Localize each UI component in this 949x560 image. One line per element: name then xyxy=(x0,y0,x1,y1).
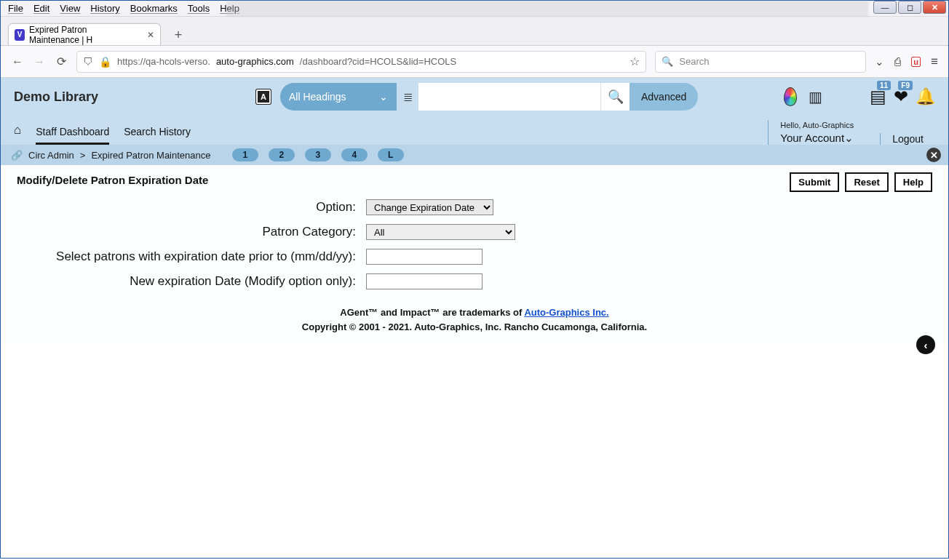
menu-tools[interactable]: Tools xyxy=(188,3,210,14)
app-menu-icon[interactable]: ≡ xyxy=(931,55,938,69)
link-icon: 🔗 xyxy=(11,150,23,161)
reset-button[interactable]: Reset xyxy=(845,172,888,192)
menu-view[interactable]: View xyxy=(60,3,80,14)
chevron-down-icon: ⌄ xyxy=(379,91,388,103)
url-host: auto-graphics.com xyxy=(216,56,294,67)
nav-forward-icon[interactable]: → xyxy=(33,55,46,68)
bookmark-star-icon[interactable]: ☆ xyxy=(630,55,640,68)
balloon-icon[interactable] xyxy=(784,87,797,106)
label-option: Option: xyxy=(17,200,366,215)
new-tab-button[interactable]: + xyxy=(168,25,188,45)
account-block[interactable]: Hello, Auto-Graphics Your Account⌄ xyxy=(768,120,865,145)
favorites-badge: F9 xyxy=(898,81,913,90)
footer-copyright: Copyright © 2001 - 2021. Auto-Graphics, … xyxy=(17,320,932,335)
collapse-panel-icon[interactable]: ‹ xyxy=(916,335,935,354)
home-icon[interactable]: ⌂ xyxy=(14,123,21,145)
advanced-search-button[interactable]: Advanced xyxy=(630,83,698,111)
tab-favicon-icon: V xyxy=(15,29,25,41)
catalog-search-group: All Headings ⌄ ≣ 🔍 Advanced xyxy=(280,83,698,111)
breadcrumb-row: 🔗 Circ Admin > Expired Patron Maintenanc… xyxy=(1,145,948,165)
footer-trademark-text: AGent™ and Impact™ are trademarks of xyxy=(340,307,524,318)
menu-bookmarks[interactable]: Bookmarks xyxy=(130,3,178,14)
search-scope-label: All Headings xyxy=(289,91,346,103)
nav-reload-icon[interactable]: ⟳ xyxy=(55,55,68,68)
notifications-bell-icon[interactable]: 🔔 xyxy=(916,87,935,106)
window-minimize-button[interactable]: — xyxy=(873,1,897,14)
submit-button[interactable]: Submit xyxy=(790,172,839,192)
logout-link[interactable]: Logout xyxy=(880,133,935,145)
help-button[interactable]: Help xyxy=(894,172,932,192)
session-pill-2[interactable]: 2 xyxy=(269,148,295,161)
tab-staff-dashboard[interactable]: Staff Dashboard xyxy=(36,126,109,145)
label-new-expiration: New expiration Date (Modify option only)… xyxy=(17,274,366,289)
close-panel-icon[interactable]: ✕ xyxy=(926,148,941,162)
option-select[interactable]: Change Expiration Date xyxy=(366,199,493,215)
content-area: Modify/Delete Patron Expiration Date Sub… xyxy=(1,165,948,343)
footer: AGent™ and Impact™ are trademarks of Aut… xyxy=(17,305,932,334)
browser-search-field[interactable]: 🔍 Search xyxy=(655,51,866,73)
browse-icon[interactable]: ▥ xyxy=(804,87,826,106)
window-close-button[interactable]: ✕ xyxy=(923,1,946,14)
session-pill-1[interactable]: 1 xyxy=(232,148,258,161)
label-patron-category: Patron Category: xyxy=(17,225,366,239)
magnifier-icon: 🔍 xyxy=(608,89,624,105)
url-field[interactable]: ⛉ 🔒 https://qa-hcols-verso.auto-graphics… xyxy=(76,51,646,73)
print-icon[interactable]: ⎙ xyxy=(894,55,901,68)
window-maximize-button[interactable]: ◻ xyxy=(898,1,921,14)
account-link: Your Account xyxy=(780,132,844,144)
expiration-prior-input[interactable] xyxy=(366,249,483,265)
label-expiration-prior: Select patrons with expiration date prio… xyxy=(17,249,366,264)
browser-search-placeholder: Search xyxy=(679,56,709,67)
breadcrumb-sep: > xyxy=(80,150,86,161)
ublock-icon[interactable]: u xyxy=(911,57,921,67)
session-pill-3[interactable]: 3 xyxy=(305,148,331,161)
nav-back-icon[interactable]: ← xyxy=(11,55,24,68)
browser-tab-active[interactable]: V Expired Patron Maintenance | H ✕ xyxy=(8,23,161,45)
tab-close-icon[interactable]: ✕ xyxy=(147,30,154,40)
lock-icon[interactable]: 🔒 xyxy=(99,56,111,68)
breadcrumb-b[interactable]: Expired Patron Maintenance xyxy=(91,150,210,161)
favorites-heart-icon[interactable]: ❤ F9 xyxy=(894,87,908,107)
menubar-ghost xyxy=(226,1,868,17)
footer-company-link[interactable]: Auto-Graphics Inc. xyxy=(524,307,608,318)
tracking-shield-icon[interactable]: ⛉ xyxy=(83,56,93,68)
catalog-search-button[interactable]: 🔍 xyxy=(600,83,630,111)
database-icon[interactable]: ≣ xyxy=(397,83,418,111)
browser-tabstrip: V Expired Patron Maintenance | H ✕ + xyxy=(1,17,948,46)
language-flag-icon[interactable]: A xyxy=(255,89,271,105)
chevron-down-icon: ⌄ xyxy=(844,132,854,144)
tab-search-history[interactable]: Search History xyxy=(124,126,191,145)
account-hello: Hello, Auto-Graphics xyxy=(780,120,854,130)
browser-toolbar: ← → ⟳ ⛉ 🔒 https://qa-hcols-verso.auto-gr… xyxy=(1,46,948,78)
menu-file[interactable]: File xyxy=(8,3,23,14)
app-header: Demo Library A All Headings ⌄ ≣ 🔍 Advanc… xyxy=(1,78,948,116)
url-path: /dashboard?cid=HCOLS&lid=HCOLS xyxy=(300,56,456,67)
menu-edit[interactable]: Edit xyxy=(33,3,49,14)
checkouts-icon[interactable]: ▤ 11 xyxy=(870,87,886,107)
menu-history[interactable]: History xyxy=(90,3,119,14)
library-title: Demo Library xyxy=(14,89,232,105)
breadcrumb-a[interactable]: Circ Admin xyxy=(28,150,74,161)
catalog-search-input[interactable] xyxy=(418,83,600,111)
pocket-icon[interactable]: ⌄ xyxy=(875,55,884,68)
checkouts-badge: 11 xyxy=(877,81,891,90)
search-scope-dropdown[interactable]: All Headings ⌄ xyxy=(280,83,397,111)
browser-menu-bar: File Edit View History Bookmarks Tools H… xyxy=(1,1,948,17)
tab-title: Expired Patron Maintenance | H xyxy=(29,25,138,45)
patron-category-select[interactable]: All xyxy=(366,224,515,240)
new-expiration-input[interactable] xyxy=(366,273,483,289)
search-icon: 🔍 xyxy=(662,56,673,67)
url-prefix: https://qa-hcols-verso. xyxy=(117,56,210,67)
app-navrow: ⌂ Staff Dashboard Search History Hello, … xyxy=(1,116,948,145)
session-pill-L[interactable]: L xyxy=(378,148,404,161)
session-pill-4[interactable]: 4 xyxy=(341,148,368,161)
